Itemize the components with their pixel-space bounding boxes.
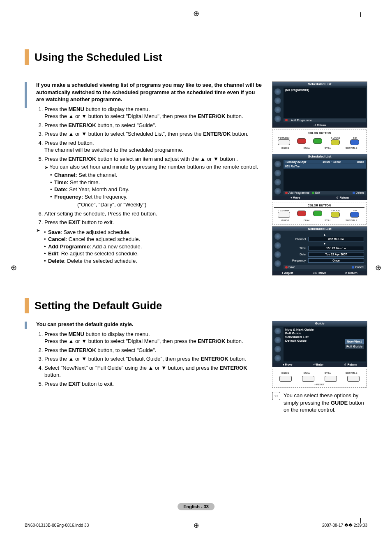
tv-scheduled-list: Scheduled List Tuesday 22 Apr15:30 ~ 16:…: [272, 154, 367, 200]
tv-nav-icon: [274, 260, 281, 267]
page: ⊕ ⊕ ⊕ Using the Scheduled List If you ma…: [0, 0, 392, 535]
section1-left: If you make a scheduled viewing list of …: [36, 81, 264, 266]
remote2-subtitle-label: SUBTITLE: [346, 372, 357, 374]
section2-right: Guide Now & Next Guide Full Guide Schedu…: [272, 321, 367, 414]
tv3-return: Return: [348, 271, 357, 274]
action-cancel: Cancel: Cancel the adjusted schedule.: [44, 236, 142, 243]
remote-guide-buttons: GUIDE DUAL STILL SUBTITLE ○ RESET: [272, 369, 367, 388]
remote2-still-label: STILL: [325, 372, 331, 374]
tv-nav-icon: [274, 179, 281, 185]
page-number: English - 33: [178, 503, 214, 510]
tv3-freq-val: Once: [308, 258, 364, 263]
remote-pip-label: PIP: [348, 209, 361, 212]
remote-still-label: STILL: [325, 147, 331, 149]
remote-guide-btn: [279, 376, 292, 382]
step5-bullets: Channel: Set the channel. Time: Set the …: [50, 171, 264, 200]
section1-right: Scheduled List (No programmes) Add Progr…: [272, 81, 367, 277]
chevron-icon: ➤: [36, 228, 40, 266]
crop-mark: [360, 12, 363, 17]
step-6: After setting the schedule, Press the re…: [44, 210, 264, 218]
remote-still-btn: [325, 376, 337, 382]
bullet-time: Time: Set the time.: [50, 179, 264, 186]
tv2-return: Return: [339, 196, 349, 199]
remote-textmix-label: TEXT/MIX: [278, 209, 290, 212]
tv-nav-icon: [274, 251, 281, 258]
tv4-item2: Full Guide: [285, 331, 364, 335]
tv-nav-icon: [274, 233, 281, 240]
footer-timestamp: 2007-08-17 �� 2:39:33: [322, 523, 367, 528]
remote-red-btn: [297, 211, 306, 216]
remote2-dual-label: DUAL: [304, 372, 310, 374]
remote-textmix-btn: [278, 212, 290, 218]
blue-accent: [25, 82, 27, 108]
hand-icon: ☜: [272, 392, 280, 400]
tv-scheduled-form: Scheduled List ▲ Channel802 RaiUno ▼ Tim…: [272, 226, 367, 276]
tv-nav-icon: [274, 88, 281, 95]
crop-mark: [29, 12, 32, 17]
tv2-edit: Edit: [315, 191, 320, 194]
remote-pmode-label: P.MODE: [329, 209, 341, 212]
remote-reset: ○ RESET: [274, 382, 364, 386]
section1-body: If you make a scheduled viewing list of …: [25, 81, 367, 277]
section2-steps: Press the MENU button to display the men…: [36, 331, 264, 388]
remote1-title: COLOR BUTTON: [274, 132, 364, 135]
remote-pip-label: PIP: [348, 137, 361, 139]
remote-dual-label: DUAL: [304, 147, 310, 149]
remote-still-label: STILL: [325, 219, 331, 222]
print-mark-left: ⊕: [11, 263, 17, 272]
print-mark-bottom: ⊕: [194, 521, 199, 529]
tv-nav-icon: [274, 328, 281, 334]
tv-nav-icon: [274, 346, 281, 352]
tv4-title: Guide: [272, 321, 367, 326]
remote-dual-btn: [302, 376, 314, 382]
remote-pmode-label: P.MODE: [329, 137, 341, 139]
tv1-return: Return: [317, 124, 326, 127]
remote-color-buttons-2: COLOR BUTTON TEXT/MIX P.MODE PIP: [272, 202, 367, 225]
tv3-cancel: Cancel: [355, 266, 364, 269]
section2-header: Setting the Default Guide: [25, 298, 367, 313]
remote-green-btn: [313, 138, 322, 144]
bullet-channel: Channel: Set the channel.: [50, 171, 264, 179]
tv-nav-icon: [274, 355, 281, 361]
remote-blue-btn: [350, 139, 359, 145]
remote-blue-btn: [350, 212, 359, 218]
tv-nav-icon: [274, 337, 281, 343]
tv3-channel-lbl: Channel: [285, 238, 306, 241]
section2-left: You can preset the default guide style. …: [36, 321, 264, 389]
tv3-title: Scheduled List: [272, 227, 367, 231]
step-3: Press the ▲ or ▼ button to select "Sched…: [44, 130, 264, 138]
remote2-title: COLOR BUTTON: [274, 204, 364, 208]
tv-nav-icon: [274, 116, 281, 122]
tv-guide: Guide Now & Next Guide Full Guide Schedu…: [272, 321, 367, 367]
tv4-move: Move: [285, 363, 293, 366]
tv4-option-fullguide: Full Guide: [345, 344, 364, 349]
tv4-item4: Default Guide: [285, 339, 307, 343]
tv4-item1: Now & Next Guide: [285, 328, 364, 331]
tv2-channel: 801 RaiTre: [284, 164, 366, 169]
blue-accent: [25, 322, 27, 329]
step2-4: Select "Now/Next" or "Full Guide" using …: [44, 364, 264, 379]
step2-2: Press the ENTER/OK button, to select "Gu…: [44, 347, 264, 354]
tv3-freq-lbl: Frequency: [285, 259, 306, 262]
tv2-entry: Tuesday 22 Apr15:30 ~ 16:00Once: [284, 160, 366, 164]
remote-yellow-btn: [331, 139, 340, 145]
remote-color-buttons-1: COLOR BUTTON TEXT/MIX P.MODE PIP: [272, 130, 367, 152]
tv-nav-icon: [274, 242, 281, 249]
tv-nav-icon: [274, 107, 281, 113]
section1-steps: Press the MENU button to display the men…: [36, 106, 264, 226]
step-4: Press the red button. The channel will b…: [44, 139, 264, 154]
bullet-freq: Frequency: Set the frequency.: [50, 193, 264, 201]
step-5: Press the ENTER/OK button to select an i…: [44, 155, 264, 208]
tv4-enter: Enter: [316, 363, 323, 366]
tv-nav-icon: [274, 170, 281, 176]
action-save: Save: Save the adjusted schedule.: [44, 229, 142, 236]
tv3-channel-val: 802 RaiUno: [308, 237, 364, 241]
tv3-time-val: 15 : 20 to -- : --: [308, 246, 364, 250]
section2-title: Setting the Default Guide: [35, 299, 162, 312]
tv2-move: Move: [293, 196, 300, 199]
tv3-date-val: Tue 22 Apr 2007: [308, 252, 364, 257]
tv1-title: Scheduled List: [272, 82, 367, 86]
action-edit: Edit: Re-adjust the selected schedule.: [44, 250, 142, 257]
bullet-date: Date: Set Year, Month and Day.: [50, 186, 264, 193]
print-mark-right: ⊕: [375, 263, 381, 272]
